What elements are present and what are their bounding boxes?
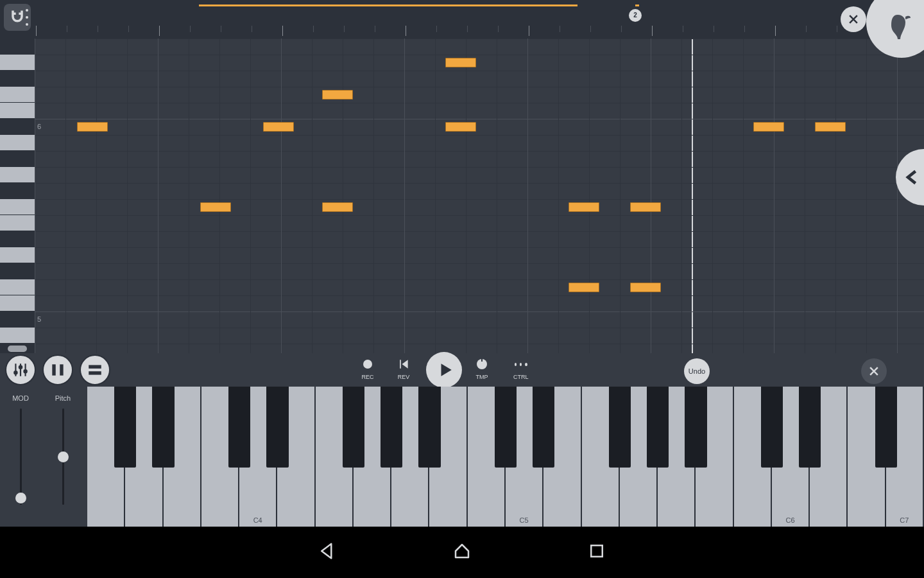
pitch-slider[interactable]: Pitch	[45, 394, 81, 505]
timeline-ruler[interactable]	[36, 26, 924, 37]
pitch-slider-label: Pitch	[45, 394, 81, 402]
black-key[interactable]	[875, 387, 897, 468]
midi-note[interactable]	[569, 202, 599, 212]
control-label: CTRL	[513, 374, 529, 380]
midi-note[interactable]	[569, 283, 599, 292]
piano-roll-key-column[interactable]: 65	[0, 39, 35, 353]
black-key[interactable]	[533, 387, 554, 468]
rewind-button[interactable]: REV	[397, 357, 411, 380]
black-key[interactable]	[343, 387, 364, 468]
black-key[interactable]	[152, 387, 174, 468]
piano-roll-grid[interactable]	[35, 39, 924, 353]
key-label: C6	[772, 516, 809, 524]
android-recents-button[interactable]	[587, 541, 606, 563]
black-key[interactable]	[114, 387, 136, 468]
svg-point-3	[14, 371, 17, 374]
black-key[interactable]	[647, 387, 669, 468]
channels-tool-button[interactable]	[42, 355, 73, 385]
tempo-button[interactable]: TMP	[475, 357, 489, 380]
midi-note[interactable]	[630, 202, 661, 212]
svg-rect-10	[591, 545, 603, 557]
midi-note[interactable]	[322, 202, 353, 212]
key-label: C4	[239, 516, 276, 524]
key-label: C7	[886, 516, 923, 524]
record-label: REC	[361, 374, 373, 380]
svg-rect-8	[89, 365, 101, 368]
midi-note[interactable]	[445, 58, 476, 67]
black-key[interactable]	[381, 387, 402, 468]
midi-note[interactable]	[77, 122, 108, 132]
black-key[interactable]	[418, 387, 440, 468]
black-key[interactable]	[266, 387, 288, 468]
mod-slider-label: MOD	[3, 394, 38, 402]
tempo-label: TMP	[476, 374, 488, 380]
black-key[interactable]	[495, 387, 517, 468]
black-key[interactable]	[761, 387, 783, 468]
song-progress-bar	[199, 4, 578, 6]
midi-note[interactable]	[445, 122, 476, 132]
horizontal-scrollbar-thumb[interactable]	[8, 346, 27, 352]
midi-note[interactable]	[322, 90, 353, 100]
song-progress-bar-segment	[635, 4, 639, 6]
mixer-tool-button[interactable]	[5, 355, 36, 385]
android-home-button[interactable]	[452, 541, 472, 563]
keyboard-close-button[interactable]	[861, 358, 887, 384]
black-key[interactable]	[609, 387, 631, 468]
svg-rect-7	[60, 364, 63, 375]
piano-keyboard[interactable]: C4C5C6C7	[87, 387, 924, 527]
black-key[interactable]	[685, 387, 706, 468]
mod-slider[interactable]: MOD	[3, 394, 38, 505]
undo-button[interactable]: Undo	[684, 358, 710, 384]
rewind-label: REV	[398, 374, 410, 380]
svg-point-5	[24, 370, 26, 372]
play-button[interactable]	[426, 352, 462, 388]
svg-point-4	[19, 366, 22, 369]
midi-note[interactable]	[263, 122, 294, 132]
svg-rect-9	[89, 371, 101, 374]
midi-note[interactable]	[753, 122, 784, 132]
key-label: C5	[506, 516, 542, 524]
svg-rect-6	[52, 364, 55, 375]
control-menu-button[interactable]: CTRL	[513, 357, 529, 380]
snap-magnet-button[interactable]	[4, 4, 31, 31]
close-button[interactable]	[841, 6, 866, 32]
android-back-button[interactable]	[318, 541, 337, 563]
black-key[interactable]	[228, 387, 250, 468]
layout-tool-button[interactable]	[80, 355, 110, 385]
loop-marker[interactable]: 2	[629, 9, 642, 22]
midi-note[interactable]	[630, 283, 661, 292]
midi-note[interactable]	[815, 122, 846, 132]
midi-note[interactable]	[200, 202, 231, 212]
record-button[interactable]: REC	[361, 357, 375, 380]
black-key[interactable]	[799, 387, 821, 468]
